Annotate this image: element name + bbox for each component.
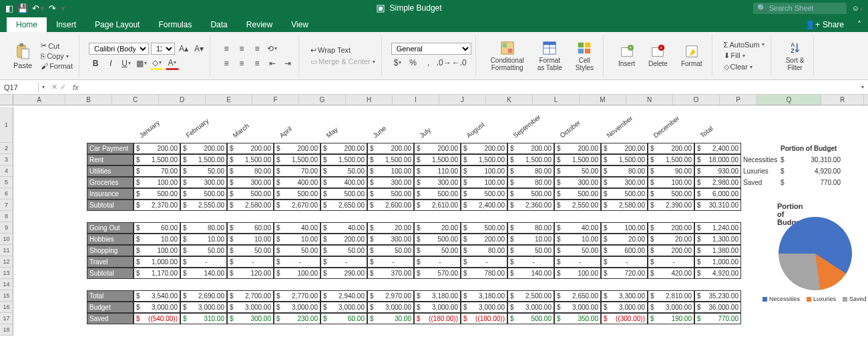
clear-button[interactable]: ◇ Clear ▾: [722, 62, 767, 72]
cell[interactable]: $3,000.00: [554, 302, 601, 313]
cell[interactable]: $20.00: [601, 234, 648, 245]
cell[interactable]: $-: [507, 256, 554, 268]
row-header[interactable]: 16: [0, 302, 13, 313]
cell[interactable]: $80.00: [461, 245, 507, 256]
cell[interactable]: $500.00: [507, 313, 554, 324]
cell[interactable]: $50.00: [227, 245, 274, 256]
cell[interactable]: $100.00: [134, 245, 180, 256]
increase-indent-icon[interactable]: ⇥: [281, 57, 294, 70]
qat-more-icon[interactable]: ▾: [61, 3, 65, 13]
cell[interactable]: $500.00: [134, 188, 180, 200]
cell[interactable]: $2,390.00: [648, 200, 694, 211]
cell[interactable]: Subtotal: [87, 268, 134, 279]
cell[interactable]: $2,400.00: [694, 143, 741, 154]
cell[interactable]: $36,000.00: [694, 302, 741, 313]
cell[interactable]: $10.00: [554, 234, 601, 245]
conditional-formatting-button[interactable]: Conditional Formatting: [485, 39, 529, 73]
cell[interactable]: $230.00: [274, 313, 320, 324]
cell[interactable]: $780.00: [461, 268, 507, 279]
cell-styles-button[interactable]: Cell Styles: [570, 39, 599, 73]
row-header[interactable]: 4: [0, 165, 13, 177]
cell[interactable]: $20.00: [414, 222, 461, 234]
cell[interactable]: Luxuries: [741, 165, 779, 177]
cell[interactable]: $500.00: [274, 188, 320, 200]
cell[interactable]: $570.00: [414, 268, 461, 279]
cell[interactable]: $80.00: [507, 177, 554, 188]
accept-formula-icon[interactable]: ✓: [60, 83, 66, 91]
cell[interactable]: $3,000.00: [648, 302, 694, 313]
row-header[interactable]: 13: [0, 268, 13, 279]
cell[interactable]: Insurance: [87, 188, 134, 200]
cell[interactable]: $2,500.00: [507, 290, 554, 302]
align-bottom-icon[interactable]: ≡: [250, 42, 264, 55]
cell[interactable]: $100.00: [648, 177, 694, 188]
row-header[interactable]: 5: [0, 177, 13, 188]
cell[interactable]: $200.00: [461, 143, 507, 154]
cell[interactable]: $1,500.00: [180, 154, 227, 165]
cell[interactable]: $-: [320, 256, 367, 268]
cell[interactable]: $-: [461, 256, 507, 268]
cell[interactable]: $2,670.00: [274, 200, 320, 211]
cell[interactable]: $6,000.00: [694, 188, 741, 200]
cell[interactable]: $30.00: [367, 313, 414, 324]
share-button[interactable]: 👤+ Share: [799, 17, 851, 32]
row-header[interactable]: 3: [0, 154, 13, 165]
cell[interactable]: $(540.00): [134, 313, 180, 324]
cell[interactable]: $100.00: [461, 165, 507, 177]
tab-page-layout[interactable]: Page Layout: [85, 17, 149, 32]
cell[interactable]: $35,230.00: [694, 290, 741, 302]
row-header[interactable]: 17: [0, 313, 13, 324]
cell[interactable]: $2,970.00: [367, 290, 414, 302]
cell[interactable]: $2,360.00: [507, 200, 554, 211]
cell[interactable]: $3,300.00: [601, 290, 648, 302]
column-header[interactable]: E: [206, 95, 252, 105]
cell[interactable]: $50.00: [414, 245, 461, 256]
cell[interactable]: Travel: [87, 256, 134, 268]
bold-button[interactable]: B: [89, 57, 102, 70]
cell[interactable]: $50.00: [180, 165, 227, 177]
tab-data[interactable]: Data: [201, 17, 236, 32]
cell[interactable]: $350.00: [554, 313, 601, 324]
cell[interactable]: $500.00: [601, 188, 648, 200]
cell[interactable]: $500.00: [320, 188, 367, 200]
cell[interactable]: $18,000.00: [694, 154, 741, 165]
cell[interactable]: $2,940.00: [320, 290, 367, 302]
decrease-indent-icon[interactable]: ⇤: [266, 57, 279, 70]
cell[interactable]: $2,650.00: [554, 290, 601, 302]
cell[interactable]: $50.00: [367, 245, 414, 256]
cell[interactable]: $40.00: [274, 222, 320, 234]
cell[interactable]: $60.00: [134, 222, 180, 234]
cell[interactable]: $-: [414, 256, 461, 268]
cell[interactable]: $50.00: [274, 245, 320, 256]
cell[interactable]: $10.00: [274, 234, 320, 245]
cell[interactable]: $770.00: [779, 177, 843, 188]
column-header[interactable]: C: [112, 95, 159, 105]
cell[interactable]: $2,400.00: [461, 200, 507, 211]
cell[interactable]: $-: [554, 256, 601, 268]
cell[interactable]: $310.00: [180, 313, 227, 324]
cell[interactable]: $50.00: [180, 245, 227, 256]
cell[interactable]: Groceries: [87, 177, 134, 188]
row-header[interactable]: 8: [0, 211, 13, 222]
cell[interactable]: $200.00: [320, 143, 367, 154]
row-header[interactable]: 2: [0, 143, 13, 154]
cell[interactable]: $400.00: [274, 177, 320, 188]
cell[interactable]: $2,810.00: [648, 290, 694, 302]
cell[interactable]: $2,980.00: [694, 177, 741, 188]
cell[interactable]: $40.00: [554, 222, 601, 234]
undo-icon[interactable]: ↶▾: [32, 3, 45, 13]
cell[interactable]: Saved: [87, 313, 134, 324]
cell[interactable]: $30,310.00: [694, 200, 741, 211]
cell[interactable]: $200.00: [320, 234, 367, 245]
cell[interactable]: $70.00: [274, 165, 320, 177]
decrease-decimal-icon[interactable]: ←.0: [453, 56, 466, 69]
cell[interactable]: $200.00: [601, 143, 648, 154]
cell[interactable]: $-: [367, 256, 414, 268]
column-header[interactable]: K: [486, 95, 533, 105]
cell[interactable]: $50.00: [554, 165, 601, 177]
user-icon[interactable]: ☺▾: [852, 4, 863, 12]
cell[interactable]: Shopping: [87, 245, 134, 256]
cell[interactable]: $720.00: [601, 268, 648, 279]
cell[interactable]: Subtotal: [87, 200, 134, 211]
column-header[interactable]: B: [65, 95, 112, 105]
